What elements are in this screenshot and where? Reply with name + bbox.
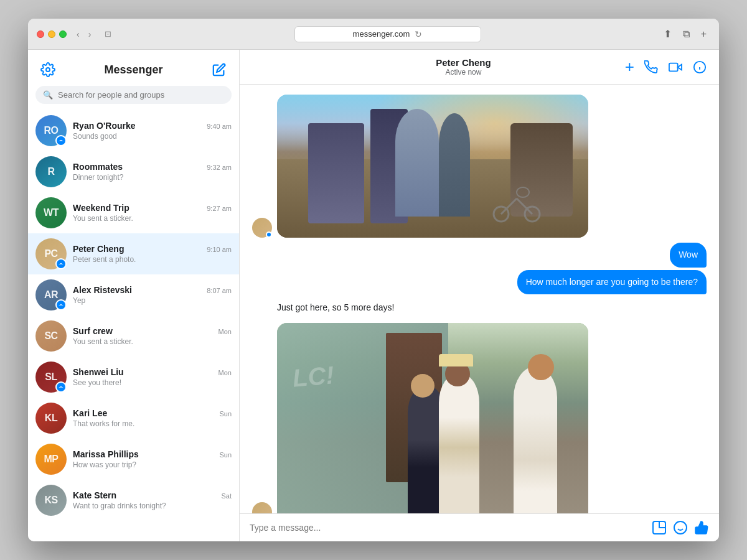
avatar-wrap: KL	[35, 403, 67, 434]
conv-name-row: Marissa Phillips Sun	[73, 449, 232, 459]
conversation-item[interactable]: R Roommates 9:32 am Dinner tonight?	[28, 151, 239, 192]
avatar-initials: WT	[35, 197, 67, 228]
messenger-badge	[55, 258, 67, 269]
avatar-wrap: MP	[35, 444, 67, 475]
reload-icon[interactable]: ↻	[415, 29, 422, 39]
conv-name-row: Weekend Trip 9:27 am	[73, 203, 232, 213]
conv-name-row: Kate Stern Sat	[73, 490, 232, 500]
reader-view-button[interactable]: ⊡	[101, 27, 115, 41]
conversation-item[interactable]: WT Weekend Trip 9:27 am You sent a stick…	[28, 192, 239, 233]
emoji-button[interactable]	[673, 520, 688, 535]
fullscreen-button[interactable]	[59, 30, 67, 38]
settings-button[interactable]	[38, 60, 58, 80]
conv-time: 9:40 am	[207, 123, 232, 130]
photo-message-2: LC!	[277, 323, 588, 513]
conv-name: Roommates	[73, 162, 123, 172]
conversation-item[interactable]: KL Kari Lee Sun That works for me.	[28, 398, 239, 439]
sender-avatar-2	[252, 502, 272, 513]
avatar-initials: R	[35, 156, 67, 187]
sent-bubble-wow: Wow	[670, 243, 707, 268]
browser-window: ‹ › ⊡ messenger.com ↻ ⬆ ⧉ +	[28, 19, 719, 541]
conv-time: Sat	[221, 492, 232, 500]
conv-preview: See you there!	[73, 378, 232, 387]
message-input[interactable]	[250, 520, 646, 535]
chat-contact-name: Peter Cheng	[436, 57, 491, 68]
browser-toolbar: ‹ › ⊡ messenger.com ↻ ⬆ ⧉ +	[28, 19, 719, 50]
conv-name-row: Ryan O'Rourke 9:40 am	[73, 121, 232, 131]
conv-preview: Want to grab drinks tonight?	[73, 502, 232, 510]
info-icon	[693, 60, 707, 74]
photo-message-1	[277, 95, 588, 238]
minimize-button[interactable]	[48, 30, 55, 38]
conv-info: Kari Lee Sun That works for me.	[73, 408, 232, 428]
thumbs-up-icon	[694, 520, 709, 535]
search-input[interactable]	[58, 90, 224, 100]
avatar-wrap: AR	[35, 279, 67, 310]
conv-time: 9:27 am	[207, 205, 232, 212]
conv-time: Sun	[219, 451, 232, 459]
duplicate-tab-button[interactable]: ⧉	[679, 26, 693, 42]
new-tab-button[interactable]: +	[697, 26, 710, 42]
conversation-item[interactable]: PC Peter Cheng 9:10 am Peter sent a phot…	[28, 233, 239, 274]
online-indicator	[266, 231, 272, 238]
conv-time: Sun	[219, 410, 232, 418]
conv-preview: Sounds good	[73, 132, 232, 141]
conv-name: Ryan O'Rourke	[73, 121, 136, 131]
conversation-list: RO Ryan O'Rourke 9:40 am Sounds good R R…	[28, 110, 239, 541]
chat-input-area	[240, 513, 719, 541]
video-call-button[interactable]	[668, 60, 683, 74]
conversation-item[interactable]: KS Kate Stern Sat Want to grab drinks to…	[28, 480, 239, 521]
sent-message-group: Wow How much longer are you going to be …	[252, 243, 707, 294]
avatar-initials: KL	[35, 403, 67, 434]
avatar-wrap: PC	[35, 238, 67, 269]
phone-call-button[interactable]	[644, 60, 658, 74]
avatar: WT	[35, 197, 67, 228]
conv-name-row: Kari Lee Sun	[73, 408, 232, 418]
conv-preview: That works for me.	[73, 419, 232, 428]
add-to-chat-button[interactable]: +	[625, 57, 634, 77]
conversation-item[interactable]: SC Surf crew Mon You sent a sticker.	[28, 315, 239, 357]
conv-name: Alex Ristevski	[73, 285, 132, 295]
chat-header: Peter Cheng Active now +	[240, 50, 719, 85]
conversation-item[interactable]: AR Alex Ristevski 8:07 am Yep	[28, 274, 239, 315]
nav-buttons: ‹ ›	[73, 27, 95, 42]
conv-name: Marissa Phillips	[73, 449, 139, 459]
search-icon: 🔍	[43, 90, 53, 100]
sidebar-header: Messenger	[28, 50, 239, 86]
conv-info: Roommates 9:32 am Dinner tonight?	[73, 162, 232, 182]
gear-icon	[40, 62, 55, 77]
like-button[interactable]	[694, 520, 709, 535]
conv-name-row: Surf crew Mon	[73, 326, 232, 336]
conv-info: Weekend Trip 9:27 am You sent a sticker.	[73, 203, 232, 223]
compose-button[interactable]	[209, 60, 229, 80]
share-button[interactable]: ⬆	[660, 26, 675, 42]
conv-name-row: Peter Cheng 9:10 am	[73, 244, 232, 254]
conv-info: Ryan O'Rourke 9:40 am Sounds good	[73, 121, 232, 141]
conv-time: 9:10 am	[207, 246, 232, 253]
forward-button[interactable]: ›	[85, 27, 95, 42]
sidebar-title: Messenger	[104, 63, 162, 77]
info-button[interactable]	[693, 60, 707, 74]
photo-scene-street-1	[277, 95, 588, 238]
sticker-button[interactable]	[652, 520, 667, 535]
search-box[interactable]: 🔍	[35, 86, 232, 104]
conv-time: 9:32 am	[207, 164, 232, 171]
conv-info: Peter Cheng 9:10 am Peter sent a photo.	[73, 244, 232, 264]
phone-icon	[644, 60, 658, 74]
conversation-item[interactable]: RO Ryan O'Rourke 9:40 am Sounds good	[28, 110, 239, 151]
conversation-item[interactable]: MP Marissa Phillips Sun How was your tri…	[28, 439, 239, 480]
svg-point-11	[517, 187, 529, 197]
avatar: KS	[35, 485, 67, 516]
message-row-2: LC!	[252, 323, 707, 513]
close-button[interactable]	[37, 30, 44, 38]
back-button[interactable]: ‹	[73, 27, 83, 42]
traffic-lights	[37, 30, 67, 38]
conversation-item[interactable]: SL Shenwei Liu Mon See you there!	[28, 357, 239, 398]
address-bar[interactable]: messenger.com ↻	[294, 26, 481, 42]
conv-preview: Peter sent a photo.	[73, 255, 232, 264]
address-bar-container: messenger.com ↻	[121, 26, 653, 42]
conv-preview: Yep	[73, 296, 232, 305]
message-row	[252, 95, 707, 238]
photo-scene-street-2: LC!	[277, 323, 588, 513]
avatar-initials: MP	[35, 444, 67, 475]
